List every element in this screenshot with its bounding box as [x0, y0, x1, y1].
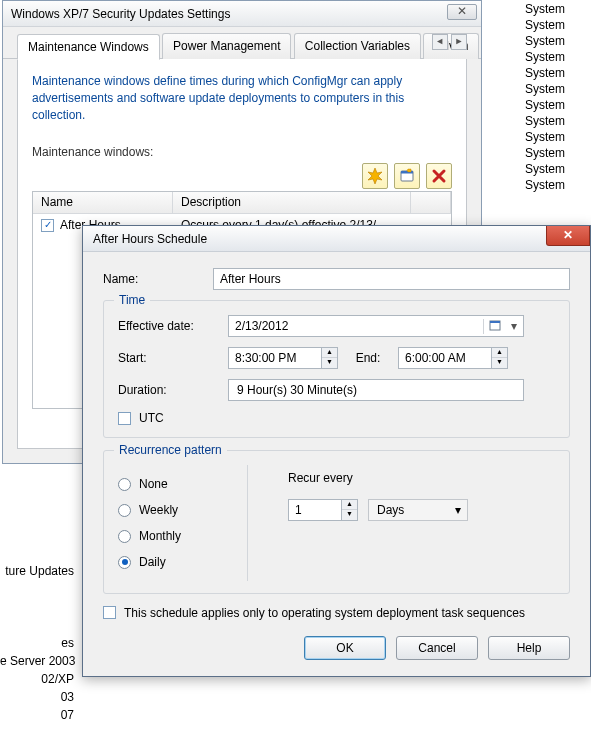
recur-every-label: Recur every	[288, 471, 468, 485]
tab-collection-variables[interactable]: Collection Variables	[294, 33, 421, 59]
radio-weekly[interactable]: Weekly	[118, 503, 235, 517]
recur-every-panel: Recur every 1 ▲ ▼ Days ▾	[288, 465, 468, 581]
bg-text: 03	[0, 690, 80, 704]
recur-unit-value: Days	[369, 503, 449, 517]
bg-system-item: System	[525, 178, 585, 192]
bg-system-item: System	[525, 2, 585, 16]
tab-scroll-buttons: ◄ ►	[432, 33, 467, 50]
osd-only-label: This schedule applies only to operating …	[124, 606, 570, 620]
name-input[interactable]	[213, 268, 570, 290]
dropdown-icon: ▾	[449, 503, 467, 517]
schedule-dialog: After Hours Schedule ✕ Name: Time Effect…	[82, 225, 591, 677]
info-text: Maintenance windows define times during …	[32, 73, 452, 123]
duration-label: Duration:	[118, 383, 228, 397]
svg-marker-0	[368, 168, 382, 184]
radio-monthly[interactable]: Monthly	[118, 529, 235, 543]
spin-up-icon[interactable]: ▲	[342, 500, 357, 510]
recurrence-options: None Weekly Monthly Daily	[118, 465, 248, 581]
utc-label: UTC	[139, 411, 164, 425]
new-schedule-button[interactable]	[362, 163, 388, 189]
delete-x-icon	[431, 168, 447, 184]
utc-checkbox[interactable]	[118, 412, 131, 425]
tab-strip: Maintenance Windows Power Management Col…	[3, 33, 481, 59]
tab-maintenance-windows[interactable]: Maintenance Windows	[17, 34, 160, 60]
bg-system-item: System	[525, 146, 585, 160]
spinner-buttons: ▲ ▼	[491, 348, 507, 368]
recur-every-input[interactable]: 1 ▲ ▼	[288, 499, 358, 521]
start-time-input[interactable]: 8:30:00 PM ▲ ▼	[228, 347, 338, 369]
background-system-list: SystemSystemSystemSystemSystemSystemSyst…	[525, 0, 585, 194]
bg-system-item: System	[525, 130, 585, 144]
bg-system-item: System	[525, 162, 585, 176]
osd-only-row: This schedule applies only to operating …	[103, 606, 570, 620]
spin-down-icon[interactable]: ▼	[492, 358, 507, 368]
close-icon[interactable]: ✕	[447, 4, 477, 20]
bg-system-item: System	[525, 18, 585, 32]
background-left-text: ture Updates es e Server 2003 02/XP 03 0…	[0, 560, 80, 726]
settings-title: Windows XP/7 Security Updates Settings	[11, 7, 230, 21]
bg-system-item: System	[525, 50, 585, 64]
schedule-titlebar[interactable]: After Hours Schedule ✕	[83, 226, 590, 252]
bg-system-item: System	[525, 98, 585, 112]
recurrence-legend: Recurrence pattern	[114, 443, 227, 457]
svg-rect-2	[401, 171, 413, 174]
close-button[interactable]: ✕	[546, 226, 590, 246]
recur-unit-combo: Days ▾	[368, 499, 468, 521]
end-time-value: 6:00:00 AM	[399, 351, 491, 365]
bg-system-item: System	[525, 114, 585, 128]
dropdown-icon[interactable]: ▾	[505, 319, 523, 333]
recur-every-value: 1	[289, 503, 341, 517]
name-label: Name:	[103, 272, 213, 286]
listview-header: Name Description	[33, 192, 451, 214]
spinner-buttons: ▲ ▼	[321, 348, 337, 368]
mw-list-label: Maintenance windows:	[32, 145, 452, 159]
duration-value: 9 Hour(s) 30 Minute(s)	[228, 379, 524, 401]
dialog-body: Name: Time Effective date: 2/13/2012 ▾ S…	[83, 252, 590, 676]
col-name-header[interactable]: Name	[33, 192, 173, 213]
bg-text: ture Updates	[0, 564, 80, 578]
time-groupbox: Time Effective date: 2/13/2012 ▾ Start: …	[103, 300, 570, 438]
spin-up-icon[interactable]: ▲	[322, 348, 337, 358]
cancel-button[interactable]: Cancel	[396, 636, 478, 660]
col-spacer	[411, 192, 451, 213]
bg-text: 07	[0, 708, 80, 722]
spin-up-icon[interactable]: ▲	[492, 348, 507, 358]
time-legend: Time	[114, 293, 150, 307]
spin-down-icon[interactable]: ▼	[342, 510, 357, 520]
ok-button[interactable]: OK	[304, 636, 386, 660]
mw-toolbar	[32, 163, 452, 189]
bg-system-item: System	[525, 66, 585, 80]
help-button[interactable]: Help	[488, 636, 570, 660]
col-desc-header[interactable]: Description	[173, 192, 411, 213]
bg-system-item: System	[525, 34, 585, 48]
radio-daily[interactable]: Daily	[118, 555, 235, 569]
dialog-buttons: OK Cancel Help	[103, 636, 570, 660]
spin-down-icon[interactable]: ▼	[322, 358, 337, 368]
effective-date-label: Effective date:	[118, 319, 228, 333]
end-time-input[interactable]: 6:00:00 AM ▲ ▼	[398, 347, 508, 369]
properties-button[interactable]	[394, 163, 420, 189]
start-time-value: 8:30:00 PM	[229, 351, 321, 365]
starburst-icon	[367, 168, 383, 184]
start-label: Start:	[118, 351, 228, 365]
bg-text: es	[0, 636, 80, 650]
osd-only-checkbox[interactable]	[103, 606, 116, 619]
schedule-title: After Hours Schedule	[93, 232, 207, 246]
settings-titlebar[interactable]: Windows XP/7 Security Updates Settings ✕	[3, 1, 481, 27]
bg-text: 02/XP	[0, 672, 80, 686]
recurrence-groupbox: Recurrence pattern None Weekly Monthly D…	[103, 450, 570, 594]
tab-scroll-left-icon[interactable]: ◄	[432, 34, 448, 50]
row-checkbox[interactable]	[41, 219, 54, 232]
properties-icon	[399, 168, 415, 184]
svg-marker-3	[407, 169, 411, 172]
effective-date-value: 2/13/2012	[229, 319, 483, 333]
svg-rect-5	[490, 321, 500, 323]
tab-scroll-right-icon[interactable]: ►	[451, 34, 467, 50]
delete-button[interactable]	[426, 163, 452, 189]
tab-power-management[interactable]: Power Management	[162, 33, 291, 59]
radio-none[interactable]: None	[118, 477, 235, 491]
bg-text: e Server 2003	[0, 654, 80, 668]
calendar-icon[interactable]	[483, 319, 505, 334]
end-label: End:	[338, 351, 398, 365]
effective-date-picker[interactable]: 2/13/2012 ▾	[228, 315, 524, 337]
